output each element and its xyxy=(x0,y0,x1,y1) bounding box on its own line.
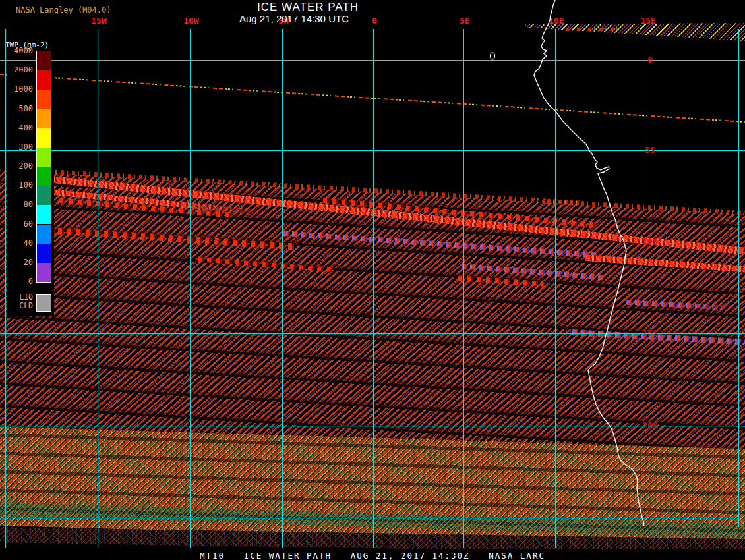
parallel-line xyxy=(0,518,739,518)
latitude-label: 10S xyxy=(637,237,663,246)
colorbar-segment xyxy=(37,186,51,205)
liquid-cloud-label: LIQCLD xyxy=(4,293,33,310)
meridian-line xyxy=(282,29,283,548)
status-text: MT10 ICE WATER PATH AUG 21, 2017 14:30Z … xyxy=(200,551,545,560)
longitude-label: 10E xyxy=(542,16,571,26)
latitude-label: 5S xyxy=(637,145,663,155)
colorbar-segment xyxy=(37,225,51,244)
latitude-label: 15S xyxy=(637,328,663,338)
colorbar-tick-label: 200 xyxy=(4,161,33,171)
topright-sparse-fragment xyxy=(566,28,618,31)
meridian-line xyxy=(373,29,374,548)
latitude-label: 20S xyxy=(637,420,663,430)
colorbar-tick-label: 500 xyxy=(4,104,33,113)
meridian-line xyxy=(463,29,464,548)
meridian-line xyxy=(555,29,556,548)
meridian-line xyxy=(647,29,647,548)
meridian-line xyxy=(190,29,191,548)
parallel-line xyxy=(0,242,745,242)
colorbar-segment xyxy=(37,70,51,90)
meridian-line xyxy=(738,29,739,527)
colorbar-tick-label: 100 xyxy=(4,181,33,190)
meridian-line xyxy=(98,29,98,548)
parallel-line xyxy=(0,150,745,151)
colorbar-segment xyxy=(37,128,51,148)
longitude-label: 15E xyxy=(634,16,663,26)
colorbar-tick-label: 1000 xyxy=(4,84,33,94)
colorbar-segment xyxy=(37,51,51,70)
colorbar xyxy=(36,51,51,283)
colorbar-tick-label: 0 xyxy=(4,277,33,286)
latitude-label: 0 xyxy=(637,55,663,65)
parallel-line xyxy=(0,426,745,426)
longitude-label: 5E xyxy=(450,16,479,26)
longitude-label: 15W xyxy=(84,16,113,26)
satellite-product-screen: 15W10W5W05E10E15E05S10S15S20S IWP (gm-2)… xyxy=(0,0,745,560)
colorbar-segment xyxy=(37,263,51,282)
sao-tome-island-outline xyxy=(491,53,495,59)
colorbar-tick-label: 2000 xyxy=(4,65,33,74)
colorbar-segment xyxy=(37,90,51,109)
parallel-line xyxy=(0,333,745,334)
colorbar-tick-label: 80 xyxy=(4,200,33,209)
colorbar-segment xyxy=(37,148,51,167)
scan-edge-dashed-line xyxy=(0,74,745,123)
colorbar-tick-label: 300 xyxy=(4,142,33,152)
status-bar: MT10 ICE WATER PATH AUG 21, 2017 14:30Z … xyxy=(0,549,745,560)
page-subtitle: Aug 21, 2017 14:30 UTC xyxy=(202,13,386,24)
colorbar-segment xyxy=(37,109,51,128)
liquid-cloud-swatch xyxy=(36,294,51,312)
colorbar-segment xyxy=(37,167,51,186)
nasa-credit-label: NASA Langley (M04.0) xyxy=(16,5,111,14)
colorbar-tick-label: 4000 xyxy=(4,46,33,55)
colorbar-tick-label: 40 xyxy=(4,238,33,248)
colorbar-segment xyxy=(37,205,51,224)
colorbar-segment xyxy=(37,244,51,263)
colorbar-tick-label: 400 xyxy=(4,123,33,132)
page-title: ICE WATER PATH xyxy=(216,1,400,14)
colorbar-tick-label: 20 xyxy=(4,258,33,267)
colorbar-tick-label: 60 xyxy=(4,219,33,229)
parallel-line xyxy=(0,60,745,61)
